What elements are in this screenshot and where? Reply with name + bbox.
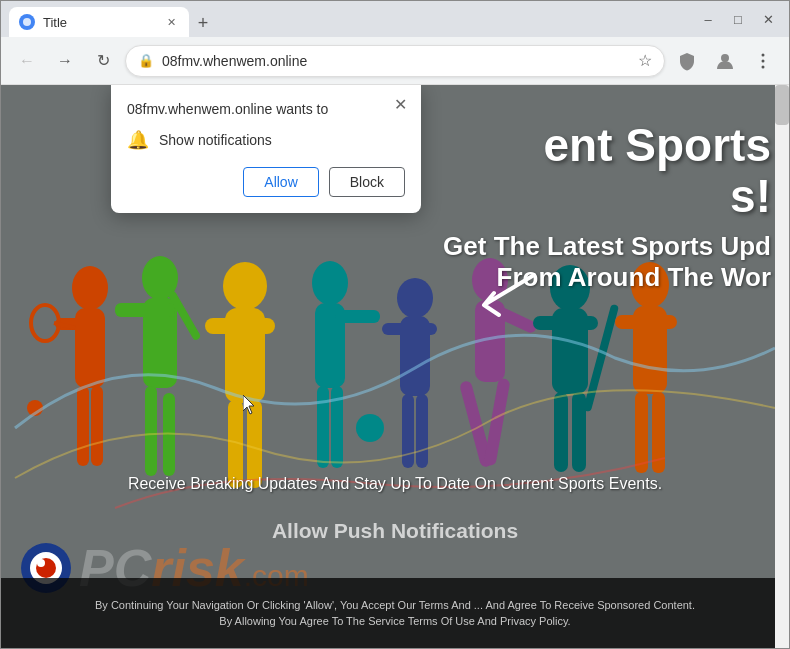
- svg-rect-15: [115, 303, 175, 317]
- address-bar[interactable]: 🔒 08fmv.whenwem.online ☆: [125, 45, 665, 77]
- banner-text-2: By Allowing You Agree To The Service Ter…: [219, 615, 570, 627]
- bottom-banner: By Continuing Your Navigation Or Clickin…: [1, 578, 789, 648]
- maximize-button[interactable]: □: [725, 6, 751, 32]
- svg-rect-26: [335, 310, 380, 323]
- content-area: ent Sports s! Get The Latest Sports Upd …: [1, 85, 789, 648]
- close-button[interactable]: ✕: [755, 6, 781, 32]
- refresh-button[interactable]: ↻: [87, 45, 119, 77]
- browser-window: Title ✕ + – □ ✕ ← → ↻ 🔒 08fmv.whenwem.on…: [0, 0, 790, 649]
- active-tab[interactable]: Title ✕: [9, 7, 189, 37]
- forward-button[interactable]: →: [49, 45, 81, 77]
- svg-rect-21: [205, 318, 275, 334]
- svg-rect-32: [382, 323, 437, 335]
- notification-popup: ✕ 08fmv.whenwem.online wants to 🔔 Show n…: [111, 85, 421, 213]
- svg-rect-33: [402, 394, 414, 468]
- svg-point-1: [721, 54, 729, 62]
- banner-text-1: By Continuing Your Navigation Or Clickin…: [95, 599, 695, 611]
- allow-button[interactable]: Allow: [243, 167, 318, 197]
- popup-close-button[interactable]: ✕: [389, 93, 411, 115]
- svg-rect-34: [416, 394, 428, 468]
- svg-rect-9: [91, 386, 103, 466]
- shield-button[interactable]: [671, 45, 703, 77]
- menu-button[interactable]: [747, 45, 779, 77]
- svg-rect-48: [615, 315, 677, 329]
- permission-label: Show notifications: [159, 132, 272, 148]
- tab-title: Title: [43, 15, 155, 30]
- svg-point-30: [397, 278, 433, 318]
- bookmark-icon[interactable]: ☆: [638, 51, 652, 70]
- title-bar: Title ✕ + – □ ✕: [1, 1, 789, 37]
- tab-strip: Title ✕ +: [9, 1, 681, 37]
- url-text: 08fmv.whenwem.online: [162, 53, 626, 69]
- allow-push-text: Allow Push Notifications: [272, 519, 518, 542]
- nav-bar: ← → ↻ 🔒 08fmv.whenwem.online ☆: [1, 37, 789, 85]
- svg-point-4: [762, 65, 765, 68]
- svg-point-54: [37, 559, 45, 567]
- scrollbar-thumb[interactable]: [775, 85, 789, 125]
- headline-text-2: s!: [730, 170, 771, 222]
- svg-rect-8: [77, 386, 89, 466]
- svg-rect-49: [635, 392, 648, 473]
- svg-point-29: [356, 414, 384, 442]
- subtext-1: Get The Latest Sports Upd: [443, 231, 771, 261]
- block-button[interactable]: Block: [329, 167, 405, 197]
- svg-point-5: [72, 266, 108, 310]
- svg-rect-27: [317, 386, 329, 468]
- bottom-text-area: Receive Breaking Updates And Stay Up To …: [41, 475, 749, 493]
- headline-text-1: ent Sports: [544, 119, 771, 171]
- allow-push-area: Allow Push Notifications: [1, 519, 789, 543]
- tab-close-button[interactable]: ✕: [163, 14, 179, 30]
- svg-point-2: [762, 53, 765, 56]
- svg-point-24: [312, 261, 348, 305]
- popup-buttons: Allow Block: [127, 167, 405, 197]
- bottom-text: Receive Breaking Updates And Stay Up To …: [41, 475, 749, 493]
- arrow-graphic: [464, 265, 544, 329]
- tab-favicon: [19, 14, 35, 30]
- popup-title: 08fmv.whenwem.online wants to: [127, 101, 405, 117]
- profile-button[interactable]: [709, 45, 741, 77]
- back-button[interactable]: ←: [11, 45, 43, 77]
- scrollbar[interactable]: [775, 85, 789, 648]
- svg-point-19: [223, 262, 267, 310]
- new-tab-button[interactable]: +: [189, 9, 217, 37]
- lock-icon: 🔒: [138, 53, 154, 68]
- headline-1: ent Sports s!: [443, 120, 771, 221]
- window-controls: – □ ✕: [695, 6, 781, 32]
- svg-rect-16: [145, 386, 157, 476]
- popup-permission-row: 🔔 Show notifications: [127, 129, 405, 151]
- bell-icon: 🔔: [127, 129, 149, 151]
- svg-rect-43: [554, 392, 568, 472]
- svg-point-3: [762, 59, 765, 62]
- svg-point-0: [23, 18, 31, 26]
- svg-rect-44: [572, 392, 586, 472]
- minimize-button[interactable]: –: [695, 6, 721, 32]
